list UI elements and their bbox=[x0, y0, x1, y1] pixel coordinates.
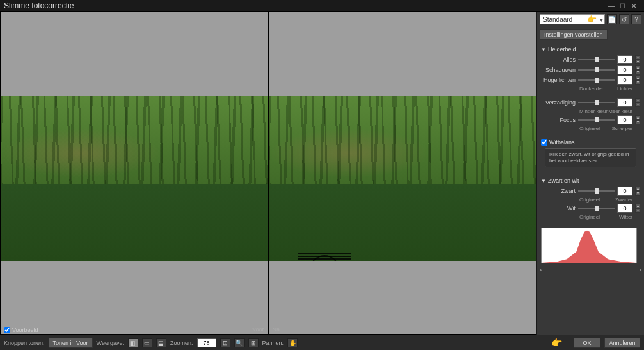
chevron-down-icon: ▼ bbox=[541, 178, 546, 184]
highlights-down[interactable]: ▾ bbox=[635, 80, 640, 85]
display-label: Weergave: bbox=[97, 340, 124, 346]
white-down[interactable]: ▾ bbox=[635, 208, 640, 213]
view-split-icon[interactable]: ◧ bbox=[128, 338, 138, 347]
reset-icon[interactable]: ↺ bbox=[619, 14, 629, 24]
saturation-label: Verzadiging bbox=[541, 99, 576, 106]
close-icon[interactable]: ✕ bbox=[631, 3, 640, 9]
svg-marker-0 bbox=[542, 231, 636, 263]
before-pane[interactable]: Voor bbox=[1, 12, 269, 334]
section-brightness: ▼Helderheid Alles ▴▾ Schaduwen ▴▾ Hoge l… bbox=[537, 42, 644, 96]
help-icon[interactable]: ? bbox=[631, 14, 641, 24]
before-image bbox=[1, 96, 268, 261]
saturation-value[interactable] bbox=[617, 98, 632, 107]
ok-button[interactable]: OK bbox=[574, 338, 600, 348]
after-label: Na bbox=[270, 325, 283, 334]
after-image bbox=[269, 96, 536, 261]
shadows-value[interactable] bbox=[617, 65, 632, 74]
white-value[interactable] bbox=[617, 204, 632, 213]
wb-hint: Klik een zwart, wit of grijs gebied in h… bbox=[545, 148, 636, 167]
window-title: Slimme fotocorrectie bbox=[4, 1, 608, 10]
zoom-value[interactable] bbox=[197, 338, 216, 347]
preview-checkbox[interactable] bbox=[4, 327, 10, 333]
all-slider[interactable] bbox=[578, 56, 615, 63]
preview-area: Voor Na bbox=[0, 12, 536, 335]
preview-toggle[interactable]: Voorbeeld bbox=[4, 327, 38, 333]
watermark bbox=[298, 252, 351, 261]
zoom-fit-icon[interactable]: ⊡ bbox=[220, 338, 230, 347]
black-value[interactable] bbox=[617, 187, 632, 196]
saturation-slider[interactable] bbox=[578, 99, 615, 106]
section-saturation: Verzadiging ▴▾ Minder kleurMeer kleur Fo… bbox=[537, 96, 644, 135]
histogram bbox=[541, 228, 637, 263]
bw-header[interactable]: ▼Zwart en wit bbox=[541, 178, 640, 184]
view-stack-icon[interactable]: ⬓ bbox=[156, 338, 166, 347]
buttons-label: Knoppen tonen: bbox=[4, 340, 45, 346]
section-bw: ▼Zwart en wit Zwart ▴▾ OrigineelZwarter … bbox=[537, 174, 644, 224]
black-label: Zwart bbox=[541, 188, 576, 194]
focus-slider[interactable] bbox=[578, 116, 615, 124]
zoom-actual-icon[interactable]: ⊞ bbox=[248, 338, 259, 347]
shadows-slider[interactable] bbox=[578, 66, 615, 74]
titlebar: Slimme fotocorrectie — ☐ ✕ bbox=[0, 0, 644, 12]
highlights-up[interactable]: ▴ bbox=[635, 76, 640, 80]
all-label: Alles bbox=[541, 56, 576, 63]
focus-label: Focus bbox=[541, 117, 576, 123]
all-up[interactable]: ▴ bbox=[635, 55, 640, 60]
hand-pointer-icon: 👉 bbox=[551, 337, 562, 347]
brightness-header[interactable]: ▼Helderheid bbox=[541, 46, 640, 53]
cancel-button[interactable]: Annuleren bbox=[604, 338, 640, 348]
view-single-icon[interactable]: ▭ bbox=[142, 338, 152, 347]
all-down[interactable]: ▾ bbox=[635, 60, 640, 64]
shadows-up[interactable]: ▴ bbox=[635, 65, 640, 70]
zoom-in-icon[interactable]: 🔍 bbox=[234, 338, 245, 347]
hand-pointer-icon: 👉 bbox=[587, 15, 597, 24]
pan-hand-icon[interactable]: ✋ bbox=[287, 338, 298, 347]
white-label: Wit bbox=[541, 205, 576, 212]
focus-up[interactable]: ▴ bbox=[635, 115, 640, 120]
preset-selected: Standaard bbox=[543, 16, 572, 23]
before-label: Voor bbox=[250, 325, 267, 334]
histo-black-marker[interactable]: ▲ bbox=[538, 267, 543, 272]
black-up[interactable]: ▴ bbox=[635, 187, 640, 191]
highlights-value[interactable] bbox=[617, 76, 632, 85]
show-in-before-button[interactable]: Tonen in Voor bbox=[49, 338, 93, 348]
shadows-label: Schaduwen bbox=[541, 67, 576, 73]
chevron-down-icon: ▼ bbox=[541, 47, 546, 53]
all-value[interactable] bbox=[617, 55, 632, 64]
sat-up[interactable]: ▴ bbox=[635, 98, 640, 103]
histo-white-marker[interactable]: ▲ bbox=[638, 267, 643, 272]
maximize-icon[interactable]: ☐ bbox=[620, 3, 629, 9]
white-slider[interactable] bbox=[578, 204, 615, 212]
window-controls: — ☐ ✕ bbox=[608, 3, 640, 9]
wb-header[interactable]: Witbalans bbox=[541, 139, 640, 146]
pan-label: Pannen: bbox=[262, 340, 284, 346]
wb-checkbox[interactable] bbox=[541, 139, 547, 146]
preset-dropdown[interactable]: Standaard 👉 bbox=[540, 14, 605, 24]
white-up[interactable]: ▴ bbox=[635, 204, 640, 208]
save-preset-icon[interactable]: 📄 bbox=[607, 14, 617, 24]
black-down[interactable]: ▾ bbox=[635, 191, 640, 196]
save-preset-button[interactable]: Instellingen voorstellen bbox=[540, 29, 608, 40]
footer: Knoppen tonen: Tonen in Voor Weergave: ◧… bbox=[0, 335, 644, 350]
zoom-label: Zoomen: bbox=[170, 340, 193, 346]
side-panel: Standaard 👉 📄 ↺ ? Instellingen voorstell… bbox=[536, 12, 644, 335]
section-wb: Witbalans Klik een zwart, wit of grijs g… bbox=[537, 135, 644, 174]
black-slider[interactable] bbox=[578, 187, 615, 195]
highlights-slider[interactable] bbox=[578, 76, 615, 84]
highlights-label: Hoge lichten bbox=[541, 77, 576, 83]
after-pane[interactable]: Na bbox=[269, 12, 536, 334]
focus-value[interactable] bbox=[617, 115, 632, 124]
minimize-icon[interactable]: — bbox=[608, 3, 617, 9]
sat-down[interactable]: ▾ bbox=[635, 103, 640, 107]
focus-down[interactable]: ▾ bbox=[635, 120, 640, 124]
shadows-down[interactable]: ▾ bbox=[635, 70, 640, 74]
